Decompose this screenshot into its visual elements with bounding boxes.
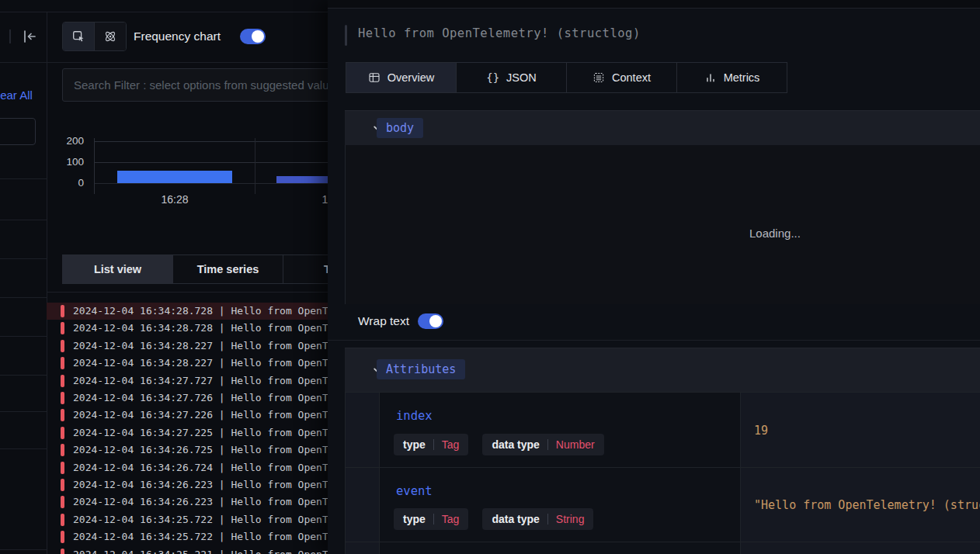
pill-divider (433, 514, 434, 525)
severity-bar (61, 514, 64, 526)
severity-bar (61, 479, 64, 491)
tab-context[interactable]: Context (567, 63, 677, 92)
toggle-knob (252, 30, 264, 43)
severity-bar (61, 322, 64, 334)
severity-bar (61, 392, 64, 404)
wrap-text-toggle[interactable] (418, 313, 443, 329)
severity-bar (61, 357, 64, 369)
y-tick-200: 200 (57, 135, 84, 147)
table-value-column (740, 393, 980, 554)
y-tick-0: 0 (57, 177, 84, 189)
tab-metrics[interactable]: Metrics (677, 63, 787, 92)
toolbar-border (0, 62, 328, 63)
attributes-table: index type Tag data type Number 19 event… (345, 392, 980, 554)
body-section-header[interactable]: body (345, 110, 980, 146)
top-border (0, 12, 328, 12)
severity-bar (61, 531, 64, 543)
frequency-bar (117, 171, 232, 183)
severity-bar (61, 496, 64, 508)
disable-aggregation-button[interactable] (95, 23, 126, 50)
drawer-top-edge (328, 0, 980, 9)
filter-divider (0, 336, 47, 337)
severity-bar (61, 409, 64, 421)
title-accent-bar (345, 25, 347, 46)
list-icon (593, 71, 605, 84)
search-placeholder: Search Filter : select options from sugg… (63, 78, 341, 92)
wrap-divider (328, 340, 980, 341)
filters-sidebar: Clear All (0, 12, 47, 554)
row-border (346, 467, 980, 468)
type-pill: type Tag (394, 508, 468, 530)
pill-divider (547, 439, 548, 450)
clear-all-link[interactable]: Clear All (0, 88, 33, 102)
atom-icon (103, 29, 117, 43)
filter-divider (0, 375, 47, 376)
datatype-pill: data type String (482, 508, 593, 530)
divider-tick (9, 29, 11, 43)
braces-icon: {} (486, 71, 499, 84)
frequency-chart-toggle[interactable] (240, 29, 266, 44)
severity-bar (61, 444, 64, 456)
x-gridline (255, 138, 255, 194)
attribute-meta: type Tag data type String (394, 508, 593, 530)
frequency-chart-label: Frequency chart (134, 29, 221, 43)
severity-bar (61, 549, 64, 554)
y-axis-line (94, 138, 95, 194)
severity-bar (61, 375, 64, 387)
y-tick-100: 100 (57, 156, 84, 168)
column-border (379, 393, 380, 554)
body-content-panel: Loading... (345, 145, 980, 304)
attributes-section-header[interactable]: Attributes (345, 348, 980, 393)
loading-text: Loading... (749, 227, 801, 240)
table-icon (368, 71, 381, 84)
pill-divider (547, 514, 548, 525)
severity-bar (61, 305, 64, 317)
attribute-meta: type Tag data type Number (394, 434, 604, 455)
filter-divider (0, 549, 47, 550)
type-pill: type Tag (394, 434, 468, 455)
tab-json[interactable]: {} JSON (457, 63, 567, 92)
tab-list-view[interactable]: List view (63, 255, 173, 283)
drawer-title: Hello from OpenTelemetry! (structlog) (358, 26, 641, 40)
body-chip: body (377, 118, 423, 138)
severity-bar (61, 427, 64, 439)
wrap-text-label: Wrap text (358, 314, 409, 328)
attribute-key[interactable]: index (396, 409, 433, 423)
tab-time-series[interactable]: Time series (173, 255, 283, 283)
collapse-panel-icon[interactable] (20, 27, 39, 46)
x-tick-1628: 16:28 (148, 193, 202, 206)
filter-divider (0, 448, 47, 449)
logs-explorer-page: Clear All Frequency chart Se (0, 0, 980, 554)
cursor-select-icon (71, 29, 85, 43)
severity-bar (61, 340, 64, 352)
attribute-value[interactable]: 19 (754, 424, 768, 438)
pill-divider (433, 439, 434, 450)
toolbar-button-group (62, 22, 127, 51)
severity-bar (61, 462, 64, 474)
attributes-chip: Attributes (377, 359, 465, 379)
datatype-pill: data type Number (482, 434, 603, 455)
filter-divider (0, 258, 47, 259)
filter-divider (0, 411, 47, 412)
row-border (346, 542, 980, 542)
filter-divider (0, 297, 47, 298)
drawer-tabs: Overview {} JSON Context Metrics (346, 62, 787, 93)
table-gutter-column (346, 393, 379, 554)
log-detail-drawer: Hello from OpenTelemetry! (structlog) Ov… (328, 0, 980, 554)
attribute-value[interactable]: "Hello from OpenTelemetry! (structlog)" (754, 498, 980, 512)
attribute-key[interactable]: event (396, 484, 433, 498)
bar-chart-icon (704, 71, 717, 84)
select-mode-button[interactable] (63, 23, 95, 50)
toggle-knob (429, 315, 442, 327)
tab-overview[interactable]: Overview (346, 63, 457, 92)
column-border (740, 393, 741, 554)
